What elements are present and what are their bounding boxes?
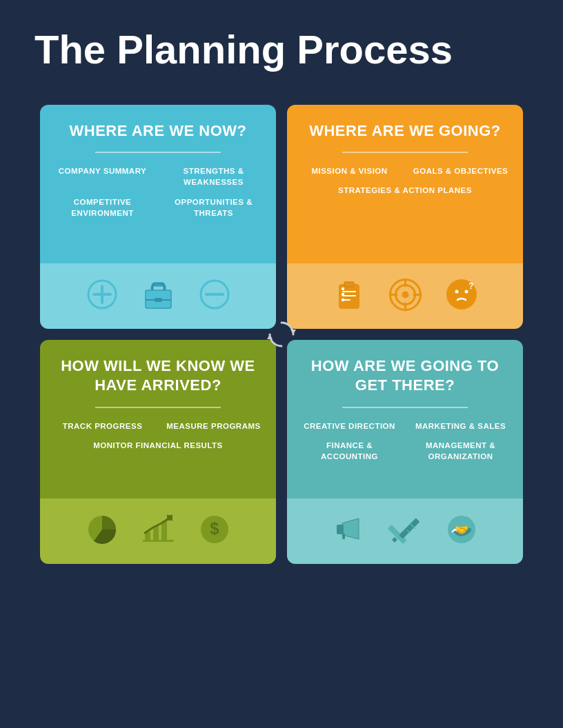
svg-marker-34 (267, 334, 273, 339)
card-4-divider (342, 407, 467, 408)
svg-marker-47 (392, 537, 397, 543)
plus-icon (86, 278, 119, 314)
card-3-item-3: MONITOR FINANCIAL RESULTS (54, 440, 262, 451)
card-4-item-3: FINANCE & ACCOUNTING (301, 440, 398, 462)
card-3-item-1: TRACK PROGRESS (54, 421, 151, 432)
svg-point-30 (455, 290, 458, 294)
svg-rect-19 (342, 287, 344, 290)
card-4-item-4: MANAGEMENT & ORGANIZATION (412, 440, 509, 462)
minus-icon (198, 278, 231, 314)
card-2-divider (342, 152, 467, 153)
card-2-item-3: STRATEGIES & ACTION PLANES (301, 185, 509, 196)
page-title: The Planning Process (34, 28, 453, 72)
card-1-divider (95, 152, 220, 153)
card-2-bottom: ? (287, 263, 523, 329)
card-3-top: HOW WILL WE KNOW WE HAVE ARRIVED? TRACK … (40, 340, 276, 498)
card-3-divider (95, 407, 220, 408)
megaphone-icon (333, 513, 366, 549)
bar-chart-icon (139, 511, 177, 552)
svg-point-31 (464, 290, 468, 294)
svg-rect-48 (399, 518, 419, 538)
money-icon: $ (198, 513, 231, 549)
svg-rect-20 (342, 293, 344, 296)
card-1-item-2: STRENGTHS & WEAKNESSES (165, 165, 262, 188)
card-4-top: HOW ARE WE GOING TO GET THERE? CREATIVE … (287, 340, 523, 498)
card-where-going: WHERE ARE WE GOING? MISSION & VISION GOA… (287, 105, 523, 329)
card-4-item-1: CREATIVE DIRECTION (301, 421, 398, 432)
clipboard-icon (333, 278, 366, 314)
card-2-item-2: GOALS & OBJECTIVES (412, 165, 509, 176)
pie-chart-icon (86, 513, 119, 549)
briefcase-icon (139, 276, 177, 316)
card-2-item-1: MISSION & VISION (301, 165, 398, 176)
card-2-top: WHERE ARE WE GOING? MISSION & VISION GOA… (287, 105, 523, 263)
card-1-bottom (40, 263, 276, 329)
card-1-title: WHERE ARE WE NOW? (70, 121, 247, 141)
svg-text:🤝: 🤝 (455, 523, 468, 536)
card-3-bottom: $ (40, 498, 276, 564)
target-icon (386, 276, 424, 316)
card-4-item-2: MARKETING & SALES (412, 421, 509, 432)
card-where-now: WHERE ARE WE NOW? COMPANY SUMMARY STRENG… (40, 105, 276, 329)
svg-marker-33 (290, 330, 296, 334)
card-1-item-1: COMPANY SUMMARY (54, 165, 151, 188)
card-1-item-4: OPPORTUNITIES & THREATS (165, 196, 262, 219)
card-4-items: CREATIVE DIRECTION MARKETING & SALES FIN… (301, 421, 509, 462)
card-2-title: WHERE ARE WE GOING? (309, 121, 501, 141)
card-3-title: HOW WILL WE KNOW WE HAVE ARRIVED? (54, 356, 262, 396)
svg-rect-21 (342, 299, 344, 301)
card-2-items: MISSION & VISION GOALS & OBJECTIVES STRA… (301, 165, 509, 196)
svg-rect-36 (143, 540, 174, 542)
svg-point-24 (402, 291, 408, 298)
card-4-bottom: 🤝 (287, 498, 523, 564)
tools-icon (386, 511, 424, 552)
svg-text:?: ? (468, 281, 473, 291)
card-3-item-2: MEASURE PROGRAMS (165, 421, 262, 432)
card-1-item-3: COMPETITIVE ENVIRONMENT (54, 196, 151, 219)
card-how-know: HOW WILL WE KNOW WE HAVE ARRIVED? TRACK … (40, 340, 276, 564)
svg-text:$: $ (210, 519, 219, 538)
svg-rect-39 (161, 521, 167, 540)
svg-rect-45 (337, 525, 344, 534)
svg-rect-15 (344, 282, 354, 287)
card-how-get-there: HOW ARE WE GOING TO GET THERE? CREATIVE … (287, 340, 523, 564)
handshake-icon: 🤝 (445, 513, 478, 549)
card-3-items: TRACK PROGRESS MEASURE PROGRAMS MONITOR … (54, 421, 262, 451)
center-refresh-icon (264, 317, 299, 352)
planning-grid: WHERE ARE WE NOW? COMPANY SUMMARY STRENG… (34, 99, 529, 569)
question-icon: ? (445, 278, 478, 314)
card-1-top: WHERE ARE WE NOW? COMPANY SUMMARY STRENG… (40, 105, 276, 263)
card-1-items: COMPANY SUMMARY STRENGTHS & WEAKNESSES C… (54, 165, 262, 218)
card-4-title: HOW ARE WE GOING TO GET THERE? (301, 356, 509, 396)
